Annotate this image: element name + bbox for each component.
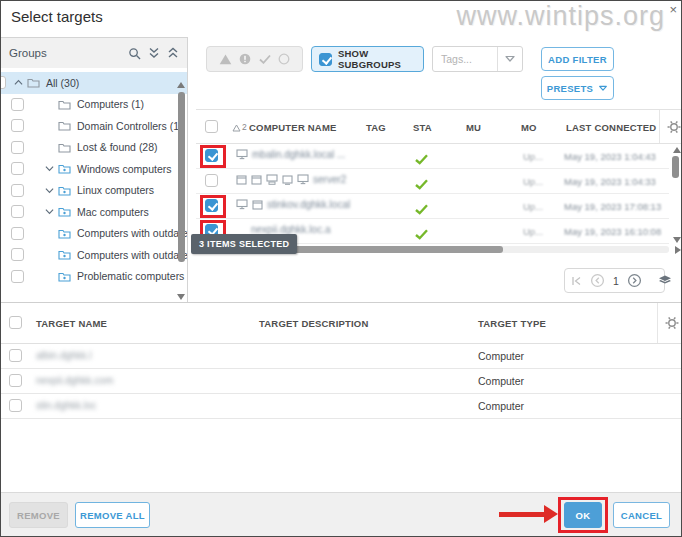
targets-table-header: TARGET NAME TARGET DESCRIPTION TARGET TY… bbox=[1, 303, 682, 344]
window-icon bbox=[251, 175, 262, 185]
groups-scroll-up-icon[interactable] bbox=[177, 82, 185, 88]
page-size-layers-icon[interactable] bbox=[658, 275, 672, 286]
column-target-type[interactable]: TARGET TYPE bbox=[478, 318, 546, 329]
close-icon[interactable]: × bbox=[669, 2, 677, 17]
target-name-blurred: nexpii.dghkk.com bbox=[36, 375, 113, 386]
group-item-all[interactable]: All (30) bbox=[1, 72, 187, 94]
tags-filter[interactable]: Tags... bbox=[432, 46, 523, 72]
show-subgroups-checkbox[interactable] bbox=[319, 53, 332, 66]
group-checkbox[interactable] bbox=[11, 98, 24, 111]
row-checkbox[interactable] bbox=[9, 399, 22, 412]
computer-row-3[interactable]: stinkov.dghkk.local Up... May 19, 2023 1… bbox=[196, 194, 669, 219]
warning-filter-icon[interactable] bbox=[219, 54, 232, 65]
dynamic-group-icon bbox=[58, 271, 71, 282]
table-settings-gear-icon[interactable] bbox=[667, 120, 681, 138]
select-all-checkbox[interactable] bbox=[205, 120, 218, 133]
group-checkbox[interactable] bbox=[11, 184, 24, 197]
chevron-down-icon[interactable] bbox=[43, 164, 56, 173]
group-item-outdated-modules[interactable]: Computers with outdated mo bbox=[1, 223, 187, 245]
cancel-button[interactable]: CANCEL bbox=[613, 502, 670, 528]
tags-placeholder[interactable]: Tags... bbox=[433, 53, 497, 65]
target-type: Computer bbox=[478, 350, 524, 362]
column-status[interactable]: STA bbox=[413, 122, 432, 133]
groups-panel: Groups All (30) Computers (1) bbox=[1, 37, 188, 306]
target-row-3[interactable]: stin.dghkk.loc Computer bbox=[1, 394, 682, 419]
group-label: Linux computers bbox=[77, 184, 154, 196]
next-page-icon[interactable] bbox=[627, 273, 642, 288]
remove-button[interactable]: REMOVE bbox=[9, 502, 68, 528]
column-last-connected[interactable]: LAST CONNECTED bbox=[566, 122, 656, 133]
modules-value: Up... bbox=[523, 176, 543, 187]
dynamic-group-icon bbox=[58, 163, 71, 174]
folder-icon bbox=[27, 77, 40, 88]
scroll-up-icon[interactable] bbox=[673, 147, 681, 153]
last-connected-value: May 19, 2023 1:04:43 bbox=[564, 151, 659, 162]
group-checkbox[interactable] bbox=[11, 141, 24, 154]
dynamic-group-icon bbox=[58, 206, 71, 217]
select-targets-dialog: Select targets www.wintips.org × Groups … bbox=[0, 0, 682, 537]
target-row-1[interactable]: albin.dghkk.l Computer bbox=[1, 344, 682, 369]
chevron-down-icon[interactable] bbox=[43, 207, 56, 216]
target-row-2[interactable]: nexpii.dghkk.com Computer bbox=[1, 369, 682, 394]
show-subgroups-toggle[interactable]: SHOW SUBGROUPS bbox=[311, 46, 424, 72]
error-filter-icon[interactable] bbox=[239, 53, 251, 65]
ok-button[interactable]: OK bbox=[564, 502, 602, 528]
group-item-mac-computers[interactable]: Mac computers bbox=[1, 201, 187, 223]
search-icon[interactable] bbox=[128, 47, 141, 60]
targets-select-all-checkbox[interactable] bbox=[9, 316, 22, 329]
add-filter-button[interactable]: ADD FILTER bbox=[541, 47, 614, 71]
row-checkbox[interactable] bbox=[205, 174, 218, 187]
column-muted[interactable]: MU bbox=[466, 122, 481, 133]
remove-all-button[interactable]: REMOVE ALL bbox=[75, 502, 150, 528]
group-item-outdated-os[interactable]: Computers with outdated ope bbox=[1, 244, 187, 266]
group-item-windows-computers[interactable]: Windows computers bbox=[1, 158, 187, 180]
group-item-domain-controllers[interactable]: Domain Controllers (1) bbox=[1, 115, 187, 137]
group-item-problematic[interactable]: Problematic computers bbox=[1, 266, 187, 288]
chevron-down-icon[interactable] bbox=[43, 186, 56, 195]
collapse-all-icon[interactable] bbox=[148, 47, 160, 59]
groups-scroll-down-icon[interactable] bbox=[177, 294, 185, 300]
group-label: Lost & found (28) bbox=[77, 141, 158, 153]
table-settings-gear-icon[interactable] bbox=[665, 316, 679, 334]
group-item-linux-computers[interactable]: Linux computers bbox=[1, 180, 187, 202]
unknown-filter-icon[interactable] bbox=[278, 53, 290, 65]
groups-scrollbar-thumb[interactable] bbox=[178, 92, 185, 262]
modules-value: Up... bbox=[523, 201, 543, 212]
column-modules[interactable]: MO bbox=[521, 122, 537, 133]
group-item-lost-found[interactable]: Lost & found (28) bbox=[1, 137, 187, 159]
group-checkbox[interactable] bbox=[1, 76, 6, 89]
row-checkbox[interactable] bbox=[9, 349, 22, 362]
sort-ascending-icon[interactable] bbox=[232, 124, 241, 132]
row-checkbox[interactable] bbox=[9, 374, 22, 387]
chevron-down-icon bbox=[598, 85, 608, 92]
computer-row-2[interactable]: server2 Up... May 19, 2023 1:04:33 bbox=[196, 169, 669, 194]
computer-row-1[interactable]: mbalin.dghkk.local ... Up... May 19, 202… bbox=[196, 144, 669, 169]
group-checkbox[interactable] bbox=[11, 270, 24, 283]
presets-button[interactable]: PRESETS bbox=[541, 76, 614, 100]
show-subgroups-label: SHOW SUBGROUPS bbox=[338, 48, 416, 70]
groups-panel-header: Groups bbox=[1, 38, 187, 68]
column-target-description[interactable]: TARGET DESCRIPTION bbox=[259, 318, 369, 329]
column-target-name[interactable]: TARGET NAME bbox=[36, 318, 107, 329]
scroll-right-icon[interactable] bbox=[675, 246, 681, 254]
annotation-red-box-row3 bbox=[200, 195, 226, 218]
first-page-icon[interactable] bbox=[571, 276, 582, 286]
group-checkbox[interactable] bbox=[11, 248, 24, 261]
chevron-up-icon[interactable] bbox=[12, 78, 25, 87]
expand-all-icon[interactable] bbox=[167, 47, 179, 59]
scroll-down-icon[interactable] bbox=[673, 237, 681, 243]
ok-filter-icon[interactable] bbox=[259, 54, 271, 64]
annotation-arrow bbox=[499, 512, 544, 517]
vertical-scrollbar-thumb[interactable] bbox=[672, 156, 679, 178]
group-checkbox[interactable] bbox=[11, 205, 24, 218]
group-item-computers[interactable]: Computers (1) bbox=[1, 94, 187, 116]
presets-label: PRESETS bbox=[547, 83, 593, 94]
column-tag[interactable]: TAG bbox=[366, 122, 386, 133]
group-checkbox[interactable] bbox=[11, 119, 24, 132]
chevron-down-icon[interactable] bbox=[498, 55, 522, 63]
group-checkbox[interactable] bbox=[11, 162, 24, 175]
previous-page-icon[interactable] bbox=[590, 273, 605, 288]
group-label: All (30) bbox=[46, 77, 79, 89]
group-checkbox[interactable] bbox=[11, 227, 24, 240]
column-computer-name[interactable]: COMPUTER NAME bbox=[249, 122, 352, 133]
